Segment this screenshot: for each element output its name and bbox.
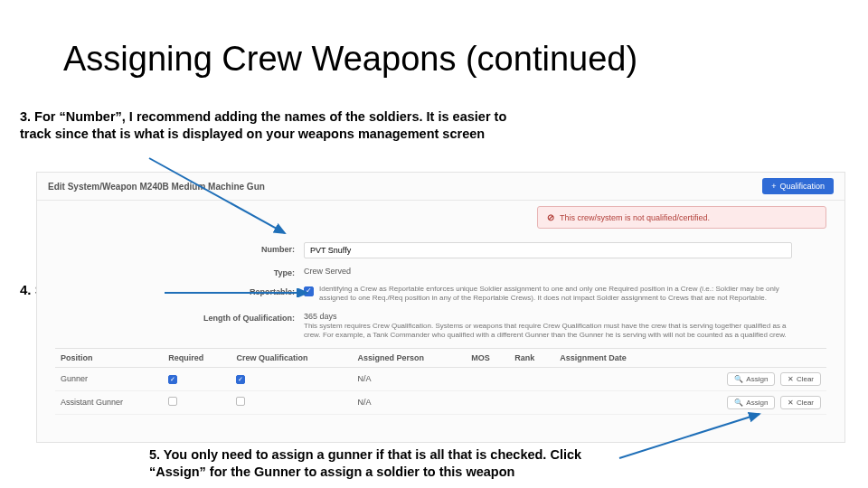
th-crew-qual: Crew Qualification xyxy=(231,348,352,367)
panel-body: ⊘ This crew/system is not qualified/cert… xyxy=(37,201,844,415)
th-required: Required xyxy=(163,348,231,367)
table-row: Assistant Gunner N/A 🔍Assign ✕Clear xyxy=(55,390,826,414)
number-label: Number: xyxy=(55,242,304,254)
cell-assigned: N/A xyxy=(352,367,466,390)
row-reportable: Reportable: ✓ Identifying a Crew as Repo… xyxy=(55,285,826,304)
required-checkbox[interactable]: ✓ xyxy=(168,375,177,384)
th-date: Assignment Date xyxy=(554,348,668,367)
alert-icon: ⊘ xyxy=(547,212,554,222)
plus-icon: + xyxy=(771,182,776,191)
screenshot-panel: Edit System/Weapon M240B Medium Machine … xyxy=(36,172,845,443)
slide-title: Assigning Crew Weapons (continued) xyxy=(63,40,637,79)
type-label: Type: xyxy=(55,266,304,277)
crew-qual-checkbox[interactable]: ✓ xyxy=(236,375,245,384)
loq-description: This system requires Crew Qualification.… xyxy=(304,322,792,341)
th-actions xyxy=(668,348,826,367)
instruction-step-5: 5. You only need to assign a gunner if t… xyxy=(149,446,619,481)
cell-position: Assistant Gunner xyxy=(55,390,163,414)
positions-table: Position Required Crew Qualification Ass… xyxy=(55,348,826,415)
cell-assigned: N/A xyxy=(352,390,466,414)
row-length-qualification: Length of Qualification: 365 days This s… xyxy=(55,311,826,341)
cell-mos xyxy=(466,367,509,390)
search-icon: 🔍 xyxy=(734,399,743,407)
panel-header: Edit System/Weapon M240B Medium Machine … xyxy=(37,173,844,201)
instruction-step-3: 3. For “Number”, I recommend adding the … xyxy=(20,108,508,143)
reportable-description: Identifying a Crew as Reportable enforce… xyxy=(319,285,807,304)
loq-label: Length of Qualification: xyxy=(55,311,304,323)
cell-rank xyxy=(509,367,554,390)
panel-header-title: Edit System/Weapon M240B Medium Machine … xyxy=(48,182,265,192)
row-number: Number: xyxy=(55,242,826,258)
th-position: Position xyxy=(55,348,163,367)
reportable-label: Reportable: xyxy=(55,285,304,296)
assign-button[interactable]: 🔍Assign xyxy=(727,396,775,409)
crew-qual-checkbox[interactable] xyxy=(236,397,245,406)
table-header-row: Position Required Crew Qualification Ass… xyxy=(55,348,826,367)
close-icon: ✕ xyxy=(788,399,794,407)
alert-text: This crew/system is not qualified/certif… xyxy=(560,213,710,222)
th-assigned: Assigned Person xyxy=(352,348,466,367)
required-checkbox[interactable] xyxy=(168,397,177,406)
th-mos: MOS xyxy=(466,348,509,367)
cell-mos xyxy=(466,390,509,414)
qualification-label: Qualification xyxy=(779,182,825,191)
assign-button[interactable]: 🔍Assign xyxy=(727,372,775,386)
alert-not-qualified: ⊘ This crew/system is not qualified/cert… xyxy=(537,206,826,229)
type-value: Crew Served xyxy=(304,266,826,277)
number-input[interactable] xyxy=(304,242,792,258)
qualification-button[interactable]: + Qualification xyxy=(762,178,834,194)
cell-date xyxy=(554,390,668,414)
form-area: Number: Type: Crew Served Reportable: ✓ … xyxy=(55,242,826,341)
cell-rank xyxy=(509,390,554,414)
close-icon: ✕ xyxy=(788,375,794,383)
loq-value: 365 days xyxy=(304,311,826,322)
row-type: Type: Crew Served xyxy=(55,266,826,277)
th-rank: Rank xyxy=(509,348,554,367)
clear-button[interactable]: ✕Clear xyxy=(780,372,821,386)
cell-position: Gunner xyxy=(55,367,163,390)
table-row: Gunner ✓ ✓ N/A 🔍Assign ✕Clear xyxy=(55,367,826,390)
reportable-checkbox[interactable]: ✓ xyxy=(304,286,314,296)
search-icon: 🔍 xyxy=(734,375,743,383)
cell-date xyxy=(554,367,668,390)
clear-button[interactable]: ✕Clear xyxy=(780,396,821,409)
